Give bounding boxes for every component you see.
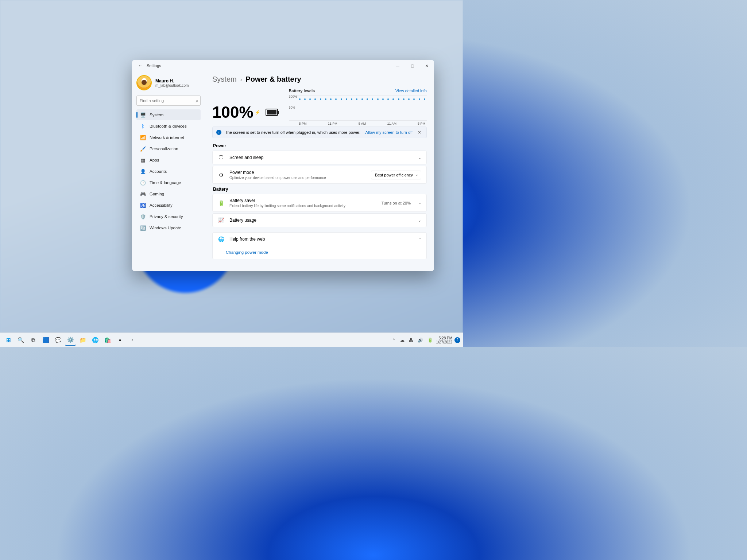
clock-icon: 🕒 — [140, 180, 146, 186]
taskbar-explorer[interactable]: 📁 — [77, 335, 88, 346]
profile-block[interactable]: Mauro H. m_lab@outlook.com — [136, 74, 201, 94]
system-tray: ⌃ ☁ 🖧 🔊 🔋 5:28 PM 1/27/2022 2 — [391, 336, 461, 344]
info-bar: i The screen is set to never turn off wh… — [212, 127, 427, 138]
chart-dot — [330, 98, 332, 100]
page-title: Power & battery — [245, 75, 301, 83]
search-input[interactable] — [136, 96, 201, 106]
profile-email: m_lab@outlook.com — [155, 83, 189, 88]
tray-date: 1/27/2022 — [436, 340, 453, 344]
row-subtitle: Optimize your device based on power use … — [229, 176, 366, 180]
section-battery: Battery — [213, 187, 427, 192]
taskbar-edge[interactable]: 🌐 — [90, 335, 101, 346]
notification-badge[interactable]: 2 — [454, 337, 460, 343]
tray-overflow[interactable]: ⌃ — [391, 338, 397, 343]
row-help[interactable]: 🌐 Help from the web ⌃ — [213, 233, 426, 246]
sidebar-item-apps[interactable]: ▦Apps — [136, 155, 201, 166]
tray-time: 5:28 PM — [436, 336, 453, 340]
view-detailed-link[interactable]: View detailed info — [395, 89, 427, 93]
chart-dot — [382, 98, 384, 100]
sidebar-item-label: Bluetooth & devices — [150, 124, 187, 128]
update-icon: 🔄 — [140, 225, 146, 231]
chart-dot — [387, 98, 389, 100]
nav-list: 🖥️System ᛒBluetooth & devices 📶Network &… — [136, 109, 201, 233]
row-power-mode[interactable]: ⚙ Power mode Optimize your device based … — [213, 166, 426, 183]
tray-onedrive-icon[interactable]: ☁ — [399, 338, 406, 343]
chart-dot — [299, 98, 301, 100]
taskbar-terminal[interactable]: ▪ — [115, 335, 125, 346]
sidebar-item-gaming[interactable]: 🎮Gaming — [136, 188, 201, 199]
taskbar-taskview[interactable]: ⧉ — [28, 335, 39, 346]
x-tick: 5 AM — [359, 122, 366, 125]
sidebar-item-accounts[interactable]: 👤Accounts — [136, 166, 201, 177]
taskbar-search[interactable]: 🔍 — [15, 335, 26, 346]
chart-title: Battery levels — [289, 89, 315, 93]
power-mode-dropdown[interactable]: Best power efficiency — [371, 171, 421, 179]
chevron-down-icon: ⌄ — [418, 155, 421, 160]
plug-icon: ⚡ — [255, 110, 260, 115]
battery-chart: Battery levels View detailed info 100% 5… — [289, 89, 427, 121]
section-power: Power — [213, 143, 427, 148]
wifi-icon: 📶 — [140, 135, 146, 140]
help-link-power-mode[interactable]: Changing power mode — [213, 246, 426, 259]
row-screen-sleep[interactable]: 🖵 Screen and sleep ⌄ — [213, 151, 426, 164]
x-tick: 5 PM — [299, 122, 307, 125]
sidebar-item-network[interactable]: 📶Network & internet — [136, 132, 201, 143]
sidebar-item-label: Privacy & security — [150, 214, 183, 219]
row-title: Battery usage — [229, 218, 413, 223]
sidebar-item-privacy[interactable]: 🛡️Privacy & security — [136, 211, 201, 222]
sidebar-item-label: System — [150, 113, 163, 117]
monitor-icon: 🖵 — [218, 155, 224, 160]
taskbar-app[interactable]: ▫ — [127, 335, 138, 346]
taskbar-settings[interactable]: ⚙️ — [65, 335, 76, 346]
chart-dot — [372, 98, 373, 100]
row-battery-usage[interactable]: 📈 Battery usage ⌄ — [213, 214, 426, 227]
chart-icon: 📈 — [218, 217, 224, 223]
battery-percent-block: 100% ⚡ — [212, 89, 278, 121]
info-close-button[interactable]: ✕ — [416, 130, 423, 135]
chart-dot — [398, 98, 399, 100]
tray-battery-icon[interactable]: 🔋 — [426, 338, 434, 343]
row-title: Screen and sleep — [229, 155, 413, 160]
sidebar-item-label: Time & language — [150, 180, 181, 185]
maximize-button[interactable]: ▢ — [405, 60, 419, 71]
sidebar-item-bluetooth[interactable]: ᛒBluetooth & devices — [136, 121, 201, 132]
tray-clock[interactable]: 5:28 PM 1/27/2022 — [436, 336, 453, 344]
sidebar-item-update[interactable]: 🔄Windows Update — [136, 222, 201, 233]
taskbar-widgets[interactable]: 🟦 — [40, 335, 51, 346]
sidebar-item-time[interactable]: 🕒Time & language — [136, 177, 201, 188]
accessibility-icon: ♿ — [140, 203, 146, 208]
chart-dot — [377, 98, 379, 100]
chart-dots — [299, 98, 425, 100]
sidebar-item-system[interactable]: 🖥️System — [136, 109, 201, 120]
start-button[interactable]: ⊞ — [3, 335, 14, 346]
taskbar: ⊞ 🔍 ⧉ 🟦 💬 ⚙️ 📁 🌐 🛍️ ▪ ▫ ⌃ ☁ 🖧 🔊 🔋 5:28 P… — [0, 332, 463, 347]
row-subtitle: Extend battery life by limiting some not… — [229, 204, 376, 208]
sidebar-item-label: Accounts — [150, 169, 167, 174]
chevron-down-icon: ⌄ — [418, 218, 421, 223]
tray-network-icon[interactable]: 🖧 — [408, 338, 414, 343]
row-title: Help from the web — [229, 237, 413, 242]
taskbar-store[interactable]: 🛍️ — [102, 335, 113, 346]
chart-dot — [367, 98, 368, 100]
chart-dot — [351, 98, 352, 100]
tray-volume-icon[interactable]: 🔊 — [417, 338, 424, 343]
sidebar-item-personalization[interactable]: 🖌️Personalization — [136, 143, 201, 154]
back-button[interactable]: ← — [136, 63, 145, 68]
row-value: Turns on at 20% — [382, 201, 411, 205]
row-battery-saver[interactable]: 🔋 Battery saver Extend battery life by l… — [213, 194, 426, 211]
chevron-up-icon: ⌃ — [418, 237, 421, 242]
sidebar-item-label: Accessibility — [150, 203, 173, 207]
sidebar-item-label: Personalization — [150, 147, 178, 151]
sidebar-item-label: Network & internet — [150, 135, 184, 140]
minimize-button[interactable]: — — [390, 60, 405, 71]
chart-dot — [424, 98, 425, 100]
breadcrumb-parent[interactable]: System — [212, 75, 237, 83]
chart-dot — [346, 98, 347, 100]
apps-icon: ▦ — [140, 158, 146, 163]
taskbar-chat[interactable]: 💬 — [53, 335, 63, 346]
settings-window: ← Settings — ▢ ✕ Mauro H. m_lab@outlook.… — [132, 60, 434, 271]
x-tick: 5 PM — [418, 122, 425, 125]
info-action-link[interactable]: Allow my screen to turn off — [365, 130, 413, 135]
sidebar-item-accessibility[interactable]: ♿Accessibility — [136, 200, 201, 211]
close-button[interactable]: ✕ — [419, 60, 434, 71]
